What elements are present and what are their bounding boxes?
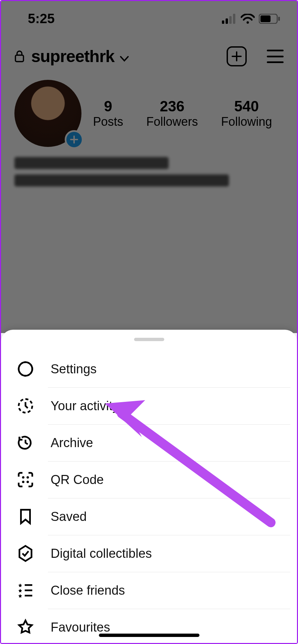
avatar[interactable] [14,80,81,147]
svg-point-14 [22,481,24,483]
bio-name-blurred [14,157,169,169]
menu-item-label: Your activity [51,399,119,413]
username-switcher[interactable]: supreethrk [31,47,129,66]
menu-item-saved[interactable]: Saved [1,498,297,535]
menu-item-label: Favourites [51,620,110,635]
svg-rect-8 [15,55,23,61]
svg-point-15 [26,481,29,483]
menu-item-label: Saved [51,509,87,524]
stat-followers[interactable]: 236 Followers [146,98,198,129]
username-text: supreethrk [31,47,114,66]
profile-header: supreethrk [1,30,297,70]
archive-icon [16,434,35,452]
menu-item-label: Digital collectibles [51,546,152,561]
svg-rect-7 [278,17,280,21]
svg-rect-3 [233,14,235,24]
stat-followers-label: Followers [146,115,198,129]
battery-icon [259,14,280,24]
options-bottom-sheet: Settings Your activity Archive QR Code S… [1,330,297,643]
svg-point-13 [26,476,29,479]
menu-item-digital-collectibles[interactable]: Digital collectibles [1,535,297,572]
menu-item-label: Archive [51,436,93,450]
plus-icon [70,135,78,144]
wifi-icon [241,14,255,24]
menu-item-settings[interactable]: Settings [1,351,297,387]
menu-item-label: Settings [51,362,97,376]
menu-button[interactable] [267,50,284,63]
menu-item-close-friends[interactable]: Close friends [1,572,297,609]
profile-stats-row: 9 Posts 236 Followers 540 Following [1,70,297,147]
gear-icon [16,360,35,378]
stat-following[interactable]: 540 Following [221,98,272,129]
svg-rect-6 [260,15,271,22]
star-list-icon [16,581,35,599]
plus-icon [231,51,242,62]
menu-item-favourites[interactable]: Favourites [1,609,297,644]
cell-signal-icon [222,14,237,24]
svg-rect-2 [229,16,232,24]
menu-item-archive[interactable]: Archive [1,424,297,461]
profile-bio [1,147,297,197]
svg-point-9 [19,362,33,376]
qr-code-icon [16,471,35,489]
svg-rect-0 [222,20,224,24]
lock-icon [14,50,24,62]
stat-following-count: 540 [221,98,272,115]
stat-posts-count: 9 [93,98,123,115]
hexagon-check-icon [16,544,35,562]
menu-item-qr-code[interactable]: QR Code [1,461,297,498]
activity-icon [16,397,35,415]
sheet-grabber[interactable] [134,338,164,341]
home-indicator[interactable] [99,634,199,637]
svg-rect-1 [226,18,228,24]
stat-posts-label: Posts [93,115,123,129]
stat-following-label: Following [221,115,272,129]
bookmark-icon [16,507,35,526]
stat-followers-count: 236 [146,98,198,115]
stat-posts[interactable]: 9 Posts [93,98,123,129]
new-post-button[interactable] [227,46,247,66]
star-icon [16,618,35,636]
svg-point-4 [247,21,249,23]
menu-item-label: Close friends [51,583,125,598]
menu-item-label: QR Code [51,473,104,487]
add-story-button[interactable] [65,130,83,149]
bio-text-blurred [14,174,229,186]
status-time: 5:25 [28,11,55,26]
status-bar: 5:25 [1,1,297,30]
chevron-down-icon [120,56,129,62]
svg-point-12 [22,476,24,479]
status-indicators [222,14,280,24]
menu-item-your-activity[interactable]: Your activity [1,387,297,424]
